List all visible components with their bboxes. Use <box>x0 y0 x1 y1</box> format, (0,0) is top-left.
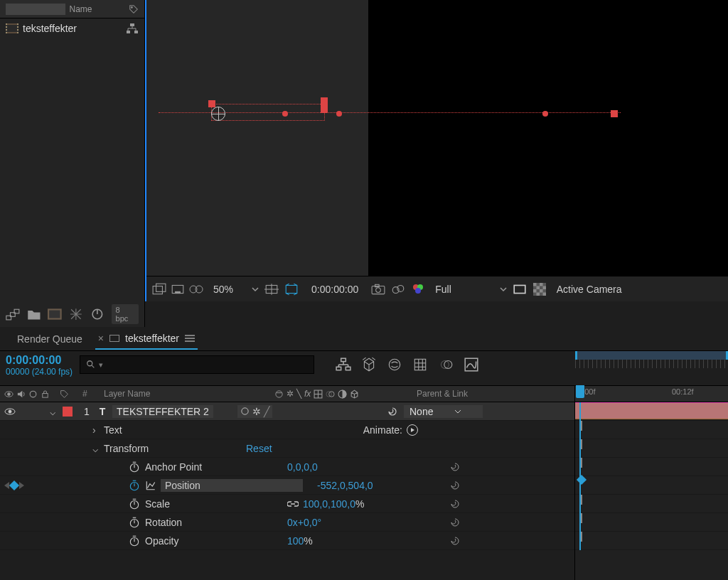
scale-value[interactable]: 100,0,100,0 <box>303 498 355 510</box>
timeline-search-input[interactable]: ▾ <box>80 355 314 374</box>
motion-blur-icon[interactable] <box>438 357 454 372</box>
keyframe-navigator[interactable] <box>4 482 24 489</box>
anchor-point-marker[interactable] <box>211 107 225 121</box>
add-keyframe-icon[interactable] <box>9 480 19 490</box>
animate-menu-icon[interactable] <box>407 424 418 436</box>
snapshot-icon[interactable] <box>371 283 385 296</box>
position-value[interactable]: -552,0,504,0 <box>317 480 373 491</box>
bit-depth-badge[interactable]: 8 bpc <box>112 304 139 324</box>
opacity-value[interactable]: 100 <box>287 535 304 547</box>
viewer-timecode[interactable]: 0:00:00:00 <box>304 284 365 295</box>
channel-icon[interactable] <box>411 283 425 296</box>
next-keyframe-icon[interactable] <box>19 482 24 489</box>
project-item-comp[interactable]: teksteffekter <box>0 18 144 38</box>
always-preview-icon[interactable] <box>152 283 166 296</box>
layer-color-swatch[interactable] <box>63 407 73 417</box>
transparency-toggle-icon[interactable] <box>532 283 547 296</box>
position-keyframe[interactable] <box>577 475 587 485</box>
timeline-track-area[interactable]: 1:00f 00:12f <box>574 385 728 580</box>
rotation-value[interactable]: 0x+0,0° <box>287 517 321 528</box>
expand-icon[interactable]: › <box>92 424 104 436</box>
label-icon[interactable] <box>60 390 69 399</box>
new-comp-icon[interactable] <box>48 308 62 321</box>
transform-group-label: Transform <box>104 443 246 454</box>
expression-pickwhip-icon[interactable] <box>449 480 461 491</box>
video-switch-icon[interactable] <box>4 390 14 399</box>
stopwatch-icon[interactable] <box>128 535 141 547</box>
tag-icon[interactable] <box>129 4 139 14</box>
frame-blend-icon[interactable] <box>412 357 428 372</box>
audio-switch-icon[interactable] <box>16 390 26 399</box>
new-folder-icon[interactable] <box>27 308 41 321</box>
zoom-dropdown-icon[interactable] <box>252 286 259 293</box>
expression-pickwhip-icon[interactable] <box>449 535 461 547</box>
current-time[interactable]: 0:00:00:00 <box>6 354 73 367</box>
panel-menu-icon[interactable] <box>185 334 195 343</box>
text-group-label: Text <box>104 424 246 436</box>
stopwatch-icon[interactable] <box>128 498 141 510</box>
zoom-level[interactable]: 50% <box>209 284 246 295</box>
svg-rect-37 <box>542 286 546 289</box>
flowchart-icon[interactable] <box>126 23 139 33</box>
resolution-dropdown-icon[interactable] <box>500 286 507 293</box>
svg-rect-2 <box>7 25 17 32</box>
prop-anchor-point[interactable]: Anchor Point 0,0,0,0 <box>0 458 574 476</box>
expression-pickwhip-icon[interactable] <box>449 517 461 528</box>
project-settings-icon[interactable] <box>69 308 83 321</box>
parent-select[interactable]: None <box>404 405 483 418</box>
reset-button[interactable]: Reset <box>246 443 272 454</box>
prop-position[interactable]: Position -552,0,504,0 <box>0 476 574 495</box>
stopwatch-icon[interactable] <box>128 461 141 473</box>
prop-text-group[interactable]: › Text Animate: <box>0 421 574 439</box>
shy-icon[interactable] <box>387 357 402 372</box>
resolution-select[interactable]: Full <box>431 284 494 295</box>
layer-name[interactable]: TEKSTEFFEKTER 2 <box>112 405 213 418</box>
layer-row[interactable]: ⌵ 1 T TEKSTEFFEKTER 2 ✲ ╱ <box>0 402 574 421</box>
time-ruler[interactable]: 1:00f 00:12f <box>575 385 728 402</box>
mask-visibility-icon[interactable] <box>189 283 203 296</box>
tab-close-icon[interactable]: × <box>98 333 104 344</box>
opacity-label: Opacity <box>145 535 287 547</box>
anchor-point-value[interactable]: 0,0,0,0 <box>287 461 318 473</box>
svg-rect-35 <box>540 283 543 286</box>
graph-editor-icon[interactable] <box>464 357 479 372</box>
draft-3d-icon[interactable] <box>361 357 377 372</box>
pickwhip-icon[interactable] <box>387 406 398 417</box>
expression-pickwhip-icon[interactable] <box>449 498 461 510</box>
stopwatch-active-icon[interactable] <box>128 479 141 492</box>
roi-icon[interactable] <box>513 283 527 296</box>
transparency-grid-icon[interactable] <box>171 283 185 296</box>
work-area-bar[interactable] <box>575 351 728 360</box>
constrain-proportions-icon[interactable] <box>287 500 299 508</box>
tab-render-queue[interactable]: Render Queue <box>14 329 85 349</box>
expand-toggle-icon[interactable]: ⌵ <box>50 406 60 417</box>
show-snapshot-icon[interactable] <box>391 283 405 296</box>
interpret-footage-icon[interactable] <box>6 308 20 321</box>
prop-scale[interactable]: Scale 100,0,100,0% <box>0 495 574 513</box>
grid-guides-icon[interactable] <box>284 283 299 296</box>
text-layer-icon: T <box>95 406 109 417</box>
separate-dimensions-icon[interactable] <box>145 480 156 491</box>
playhead[interactable] <box>579 402 581 550</box>
active-camera-label[interactable]: Active Camera <box>552 284 622 295</box>
composition-viewer[interactable]: 50% 0:00:00:00 Full Active Camera <box>145 0 728 301</box>
prop-rotation[interactable]: Rotation 0x+0,0° <box>0 513 574 532</box>
power-icon[interactable] <box>90 308 105 321</box>
ruler-mark-12: 00:12f <box>672 387 694 396</box>
safe-zones-icon[interactable] <box>264 283 279 296</box>
comp-flowchart-icon[interactable] <box>336 357 351 372</box>
shy-layer-icon[interactable] <box>240 407 250 416</box>
svg-rect-39 <box>540 289 543 293</box>
text-layer-bounds[interactable] <box>159 101 478 128</box>
project-column-header[interactable]: Name <box>0 0 144 18</box>
tab-composition[interactable]: × teksteffekter <box>95 328 198 350</box>
solo-switch-icon[interactable] <box>28 390 38 399</box>
prop-opacity[interactable]: Opacity 100% <box>0 532 574 550</box>
visibility-toggle-icon[interactable] <box>4 407 16 416</box>
prop-transform-group[interactable]: ⌵ Transform Reset <box>0 439 574 458</box>
layer-duration-bar[interactable] <box>575 402 728 419</box>
stopwatch-icon[interactable] <box>128 516 141 529</box>
lock-switch-icon[interactable] <box>41 390 50 399</box>
expression-pickwhip-icon[interactable] <box>449 461 461 473</box>
collapse-icon[interactable]: ⌵ <box>92 443 104 454</box>
